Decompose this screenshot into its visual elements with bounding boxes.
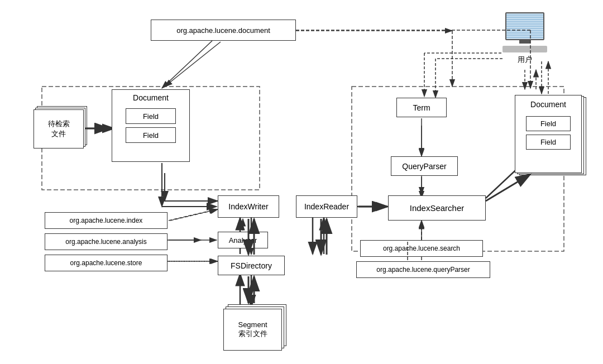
fs-directory-box: FSDirectory <box>218 256 285 275</box>
svg-line-41 <box>169 209 217 221</box>
query-parser-box: QueryParser <box>391 156 458 176</box>
org-lucene-analysis-box: org.apache.lucene.analysis <box>45 233 168 250</box>
diagram: org.apache.lucene.document 待检索 文件 Docume… <box>0 0 603 364</box>
term-box: Term <box>396 98 447 117</box>
org-lucene-index-box: org.apache.lucene.index <box>45 212 168 229</box>
org-lucene-search-box: org.apache.lucene.search <box>360 240 483 257</box>
org-lucene-queryparser-box: org.apache.lucene.queryParser <box>356 261 490 278</box>
svg-line-35 <box>162 41 212 88</box>
svg-line-6 <box>165 42 221 87</box>
field-box-2: Field <box>126 127 176 143</box>
index-searcher-box: IndexSearcher <box>388 195 486 221</box>
monitor <box>505 12 544 40</box>
org-lucene-document-box: org.apache.lucene.document <box>151 20 296 41</box>
document-box-left: Document Field Field <box>112 89 190 162</box>
index-writer-box: IndexWriter <box>218 195 279 218</box>
svg-line-56 <box>486 174 530 201</box>
field-right-1: Field <box>526 116 571 131</box>
computer-icon: 用户 <box>502 12 547 65</box>
svg-line-12 <box>170 209 218 221</box>
org-lucene-store-box: org.apache.lucene.store <box>45 255 168 271</box>
analyzer-box: Analyzer <box>218 232 268 248</box>
field-right-2: Field <box>526 135 571 150</box>
index-reader-box: IndexReader <box>296 195 357 218</box>
keyboard <box>502 46 547 52</box>
field-box-1: Field <box>126 108 176 124</box>
